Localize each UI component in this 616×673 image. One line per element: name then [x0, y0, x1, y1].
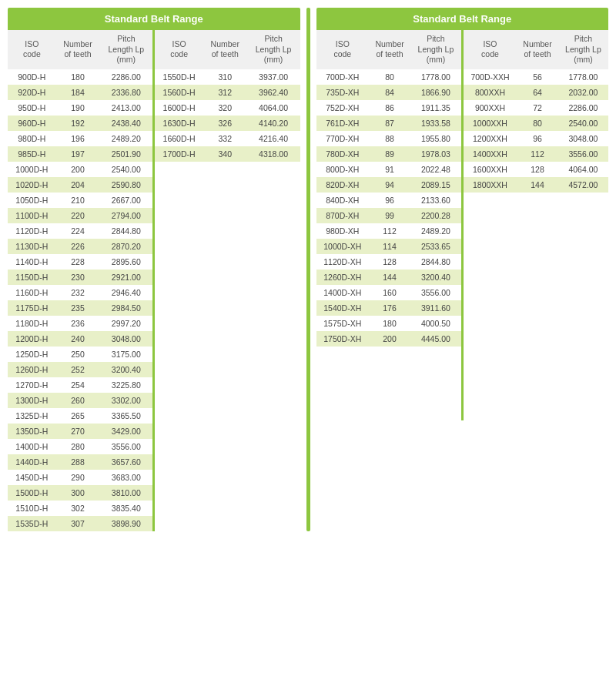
cell-1-1-20-1: [517, 266, 558, 273]
col-header-1-0-1: Numberof teeth: [369, 30, 410, 69]
cell-1-0-17-2: 4445.00: [410, 331, 461, 347]
cell-1-1-26-0: [464, 303, 517, 310]
table-row: [464, 248, 608, 254]
table-row: [155, 254, 300, 260]
table-row: 1130D-H2262870.20: [8, 239, 152, 254]
cell-0-1-2-1: 320: [203, 100, 247, 116]
table-row: 1400XXH1123556.00: [464, 146, 608, 162]
cell-1-0-1-1: 84: [369, 85, 410, 100]
cell-1-1-0-1: 56: [517, 69, 558, 85]
cell-0-1-17-0: [155, 229, 203, 236]
cell-1-1-27-2: [558, 310, 608, 316]
cell-1-1-10-1: [517, 205, 558, 211]
table-row: 1560D-H3123962.40: [155, 85, 300, 100]
cell-0-0-18-0: 1250D-H: [8, 347, 56, 362]
cell-0-0-9-0: 1100D-H: [8, 208, 56, 223]
cell-1-0-11-0: 1000D-XH: [316, 239, 370, 254]
cell-1-0-11-2: 2533.65: [410, 239, 461, 254]
cell-1-0-2-0: 752D-XH: [316, 100, 370, 116]
table-row: 1700D-H3404318.00: [155, 146, 300, 162]
cell-1-1-5-2: 3556.00: [558, 146, 608, 162]
cell-1-1-11-2: [558, 211, 608, 217]
cell-1-1-1-2: 2032.00: [558, 85, 608, 100]
cell-0-1-26-1: [203, 285, 247, 291]
cell-1-0-12-1: 128: [369, 254, 410, 270]
cell-0-1-10-2: [247, 186, 300, 193]
cell-1-1-14-0: [464, 229, 517, 236]
cell-1-1-19-1: [517, 260, 558, 266]
table-row: 1050D-H2102667.00: [8, 193, 152, 208]
cell-1-0-3-1: 87: [369, 116, 410, 131]
inner-table-0-1: ISOcodeNumberof teethPitchLength Lp(mm)1…: [155, 30, 300, 531]
cell-0-0-22-1: 265: [56, 408, 100, 424]
cell-1-1-22-2: [558, 279, 608, 285]
cell-1-1-1-0: 800XXH: [464, 85, 517, 100]
table-row: [464, 322, 608, 328]
table-row: 980D-H1962489.20: [8, 131, 152, 146]
cell-0-1-24-2: [247, 273, 300, 279]
cell-0-0-11-0: 1130D-H: [8, 239, 56, 254]
table-row: [464, 291, 608, 297]
table-row: 1000D-XH1142533.65: [316, 239, 461, 254]
cell-1-1-24-0: [464, 291, 517, 297]
cell-1-1-2-2: 2286.00: [558, 100, 608, 116]
section-0: Standard Belt RangeISOcodeNumberof teeth…: [8, 8, 300, 531]
cell-0-1-19-2: [247, 242, 300, 248]
table-row: [155, 217, 300, 223]
cell-0-0-9-2: 2794.00: [99, 208, 152, 223]
cell-1-1-4-0: 1200XXH: [464, 131, 517, 146]
table-row: [464, 229, 608, 236]
cell-0-1-2-2: 4064.00: [247, 100, 300, 116]
cell-1-0-3-2: 1933.58: [410, 116, 461, 131]
cell-0-0-19-0: 1260D-H: [8, 362, 56, 377]
cell-1-0-5-2: 1978.03: [410, 146, 461, 162]
cell-1-0-27-0: [316, 402, 370, 408]
cell-1-0-27-2: [410, 402, 461, 408]
cell-0-0-17-1: 240: [56, 331, 100, 347]
col-header-0-0-2: PitchLength Lp(mm): [99, 30, 152, 69]
cell-0-0-10-2: 2844.80: [99, 223, 152, 239]
table-row: 1540D-XH1763911.60: [316, 300, 461, 316]
cell-0-0-29-0: 1535D-H: [8, 516, 56, 531]
cell-1-0-23-0: [316, 377, 370, 383]
cell-1-1-10-0: [464, 205, 517, 211]
cell-0-1-12-2: [247, 199, 300, 205]
table-row: [155, 236, 300, 242]
cell-1-0-13-0: 1260D-XH: [316, 270, 370, 285]
cell-0-1-10-0: [155, 186, 203, 193]
cell-1-1-1-1: 64: [517, 85, 558, 100]
table-row: [464, 266, 608, 273]
cell-1-0-16-0: 1575D-XH: [316, 316, 370, 331]
cell-1-0-28-1: [369, 408, 410, 414]
cell-0-0-25-2: 3657.60: [99, 454, 152, 470]
table-row: 761D-XH871933.58: [316, 116, 461, 131]
cell-1-0-22-1: [369, 371, 410, 377]
table-row: [464, 285, 608, 291]
cell-0-0-29-2: 3898.90: [99, 516, 152, 531]
cell-1-1-28-2: [558, 316, 608, 322]
cell-0-1-18-1: [203, 236, 247, 242]
cell-1-0-10-0: 980D-XH: [316, 223, 370, 239]
cell-0-1-0-0: 1550D-H: [155, 69, 203, 85]
cell-0-1-21-2: [247, 254, 300, 260]
table-row: 1140D-H2282895.60: [8, 254, 152, 270]
cell-1-0-14-2: 3556.00: [410, 285, 461, 300]
cell-1-0-6-1: 91: [369, 162, 410, 177]
table-1-1: ISOcodeNumberof teethPitchLength Lp(mm)7…: [464, 30, 608, 328]
cell-0-1-24-1: [203, 273, 247, 279]
cell-1-1-12-0: [464, 217, 517, 223]
table-row: [155, 180, 300, 186]
cell-0-1-25-2: [247, 279, 300, 285]
cell-0-1-18-0: [155, 236, 203, 242]
cell-1-0-16-1: 180: [369, 316, 410, 331]
cell-1-0-4-0: 770D-XH: [316, 131, 370, 146]
table-row: [464, 260, 608, 266]
table-row: [155, 174, 300, 180]
cell-0-1-3-1: 326: [203, 116, 247, 131]
cell-0-1-23-2: [247, 266, 300, 273]
cell-1-1-29-1: [517, 322, 558, 328]
table-row: 1440D-H2883657.60: [8, 454, 152, 470]
cell-1-0-14-0: 1400D-XH: [316, 285, 370, 300]
cell-0-0-7-2: 2590.80: [99, 177, 152, 193]
cell-0-0-18-1: 250: [56, 347, 100, 362]
